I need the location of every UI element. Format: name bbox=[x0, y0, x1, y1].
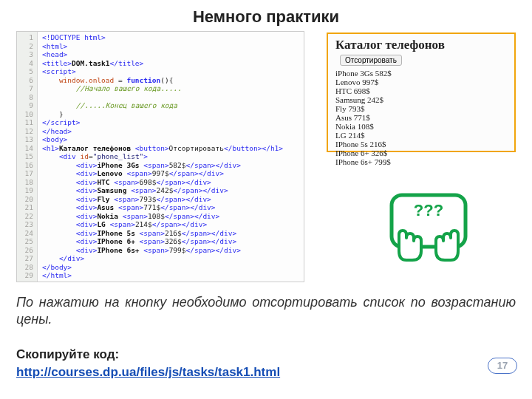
phone-item: IPhone 6s+ 799$ bbox=[335, 157, 507, 166]
code-line: 21 <div>Asus <span>771$</span></div> bbox=[17, 203, 304, 212]
code-line: 15 <div id="phone_list"> bbox=[17, 152, 304, 161]
code-line: 10 } bbox=[17, 110, 304, 119]
code-line: 25 <div>IPhone 6+ <span>326$</span></div… bbox=[17, 237, 304, 246]
kb-qmarks: ??? bbox=[414, 201, 443, 219]
phone-item: IPhone 5s 216$ bbox=[335, 140, 507, 149]
task-instruction: По нажатию на кнопку необходимо отсортир… bbox=[16, 294, 516, 329]
code-line: 28</body> bbox=[17, 263, 304, 272]
page-title: Немного практики bbox=[0, 0, 532, 27]
code-line: 26 <div>IPhone 6s+ <span>799$</span></di… bbox=[17, 246, 304, 255]
keyboard-hands-icon: ??? bbox=[384, 192, 473, 263]
catalog-heading: Каталог телефонов bbox=[335, 38, 445, 52]
code-line: 1<!DOCTYPE html> bbox=[17, 33, 304, 42]
code-line: 9 //.....Конец вашего кода bbox=[17, 101, 304, 110]
code-line: 5<script> bbox=[17, 67, 304, 76]
copy-code-label: Скопируйте код: bbox=[16, 347, 119, 362]
code-line: 24 <div>IPhone 5s <span>216$</span></div… bbox=[17, 229, 304, 238]
code-line: 17 <div>Lenovo <span>997$</span></div> bbox=[17, 169, 304, 178]
phone-item: IPhone 6+ 326$ bbox=[335, 149, 507, 157]
code-line: 16 <div>iPhone 3Gs <span>582$</span></di… bbox=[17, 161, 304, 170]
phone-item: HTC 698$ bbox=[335, 86, 507, 95]
code-line: 3<head> bbox=[17, 50, 304, 59]
code-line: 19 <div>Samsung <span>242$</span></div> bbox=[17, 186, 304, 195]
phone-item: Asus 771$ bbox=[335, 113, 507, 122]
phone-item: iPhone 3Gs 582$ bbox=[335, 69, 507, 78]
phone-item: Fly 793$ bbox=[335, 104, 507, 113]
code-line: 13<body> bbox=[17, 135, 304, 144]
code-editor: 1<!DOCTYPE html>2<html>3<head>4<title>DO… bbox=[16, 31, 304, 282]
code-line: 11</script> bbox=[17, 118, 304, 127]
code-line: 7 //Начало вашего кода..... bbox=[17, 84, 304, 93]
code-line: 18 <div>HTC <span>698$</span></div> bbox=[17, 178, 304, 187]
browser-preview: Каталог телефонов Отсортировать iPhone 3… bbox=[327, 33, 516, 152]
code-line: 6 window.onload = function(){ bbox=[17, 76, 304, 85]
code-line: 20 <div>Fly <span>793$</span></div> bbox=[17, 195, 304, 204]
copy-code-link[interactable]: http://courses.dp.ua/files/js/tasks/task… bbox=[16, 365, 280, 380]
sort-button[interactable]: Отсортировать bbox=[340, 55, 402, 66]
code-line: 23 <div>LG <span>214$</span></div> bbox=[17, 220, 304, 229]
code-line: 4<title>DOM.task1</title> bbox=[17, 59, 304, 68]
phone-item: Lenovo 997$ bbox=[335, 78, 507, 86]
code-lines: 1<!DOCTYPE html>2<html>3<head>4<title>DO… bbox=[17, 33, 304, 280]
code-line: 14<h1>Каталог телефонов <button>Отсортир… bbox=[17, 144, 304, 153]
code-line: 29</html> bbox=[17, 271, 304, 280]
code-line: 27 </div> bbox=[17, 254, 304, 263]
code-line: 8 bbox=[17, 93, 304, 102]
code-line: 22 <div>Nokia <span>108$</span></div> bbox=[17, 212, 304, 221]
phone-item: LG 214$ bbox=[335, 131, 507, 140]
code-line: 2<html> bbox=[17, 42, 304, 51]
phone-item: Nokia 108$ bbox=[335, 122, 507, 131]
code-line: 12</head> bbox=[17, 127, 304, 136]
page-number-badge: 17 bbox=[488, 358, 517, 374]
phone-item: Samsung 242$ bbox=[335, 95, 507, 104]
